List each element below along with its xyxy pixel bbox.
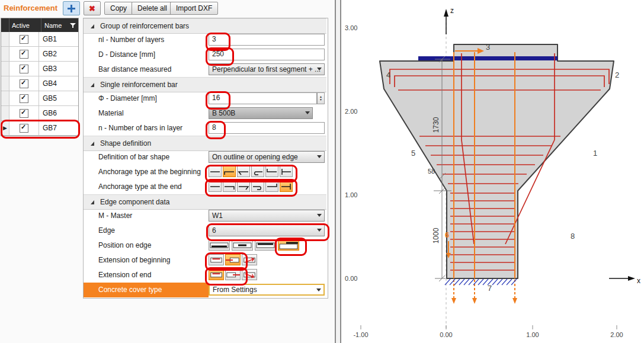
anchorage-hook90-icon[interactable] — [223, 166, 236, 177]
property-row-edge: Edge 6 — [84, 223, 326, 238]
active-checkbox[interactable] — [20, 94, 28, 103]
section-edge-component[interactable]: Edge component data — [84, 194, 326, 210]
concrete-cover-highlight: Concrete cover type — [84, 283, 209, 297]
collapse-triangle-icon — [91, 24, 94, 28]
x-tick-2: 2.00 — [610, 331, 623, 338]
active-checkbox[interactable] — [20, 65, 28, 73]
position-left-icon[interactable] — [209, 239, 230, 251]
edge-label-3: 3 — [486, 43, 490, 52]
property-row-extension-begin: Extension of beginning — [84, 253, 326, 268]
property-row-diameter: Φ - Diameter [mm] 16 ▲▼ — [84, 91, 326, 106]
anchorage-straight-icon[interactable] — [209, 166, 222, 177]
x-tick-1: 1.00 — [526, 331, 539, 338]
y-tick-2: 2.00 — [345, 108, 357, 115]
delete-all-button[interactable]: Delete all — [132, 2, 173, 15]
anchorage-hook135-icon[interactable] — [237, 181, 250, 192]
chevron-down-icon — [317, 214, 322, 217]
import-dxf-button[interactable]: Import DXF — [170, 2, 218, 15]
z-axis — [444, 9, 448, 34]
anchorage-hook135-icon[interactable] — [237, 166, 250, 177]
anchorage-hookup-icon[interactable] — [265, 166, 278, 177]
panel-splitter[interactable] — [335, 0, 341, 343]
table-row[interactable]: GB2 — [1, 47, 78, 62]
edge-label-5: 5 — [411, 149, 415, 158]
section-shape-definition[interactable]: Shape definition — [84, 136, 326, 151]
table-row[interactable]: GB6 — [1, 106, 78, 121]
table-header: Active Name — [1, 18, 78, 32]
position-offset-icon[interactable] — [278, 239, 299, 251]
collapse-triangle-icon — [91, 200, 94, 204]
active-checkbox[interactable] — [20, 109, 28, 118]
extension-extend-icon[interactable] — [225, 254, 241, 265]
anchorage-hook180-icon[interactable] — [251, 166, 264, 177]
collapse-triangle-icon — [91, 83, 94, 87]
anchorage-headed-icon[interactable] — [280, 181, 293, 192]
property-row-bar-distance-measured: Bar distance measured Perpendicular to f… — [84, 62, 326, 77]
property-row-bars-in-layer: n - Number of bars in layer 8 — [84, 121, 326, 136]
master-dropdown[interactable]: W1 — [209, 210, 325, 222]
table-row[interactable]: GB5 — [1, 91, 78, 106]
name-column-header: Name — [41, 18, 78, 32]
property-row-anchorage-begin: Anchorage type at the beginning — [84, 165, 326, 179]
selected-row-arrow-icon: ▶ — [1, 121, 9, 135]
extension-arrow-icon[interactable] — [242, 269, 257, 280]
property-row-nl: nl - Number of layers 3 — [84, 33, 326, 47]
table-row[interactable]: GB1 — [1, 32, 78, 47]
reinforcement-table: Active Name GB1 GB2 GB3 — [1, 18, 79, 136]
dimension-1730: 1730 — [432, 117, 440, 133]
dimension-58: 58 — [428, 168, 435, 175]
anchorage-hookup-icon[interactable] — [265, 181, 278, 192]
edge-dropdown[interactable]: 6 — [209, 225, 325, 236]
nl-input[interactable]: 3 — [209, 34, 325, 46]
app-window: Reinforcement ✖ Copy Delete all Import D… — [0, 0, 644, 343]
x-tick-neg1: -1.00 — [353, 331, 368, 338]
row-indicator-header — [1, 18, 9, 32]
position-right-icon[interactable] — [255, 239, 276, 251]
copy-button[interactable]: Copy — [104, 2, 133, 15]
section-group-of-bars[interactable]: Group of reinforcement bars — [84, 18, 326, 34]
active-checkbox[interactable] — [20, 50, 28, 59]
drawing-viewport[interactable]: 6 1730 1000 58 — [341, 0, 644, 343]
diameter-input[interactable]: 16 — [209, 92, 317, 104]
table-row[interactable]: GB3 — [1, 62, 78, 76]
property-row-position-on-edge: Position on edge — [84, 238, 326, 253]
extension-none-icon[interactable] — [209, 254, 224, 265]
bar-distance-measured-dropdown[interactable]: Perpendicular to first segment + ... — [209, 63, 325, 75]
edge-label-2: 2 — [615, 70, 619, 79]
position-center-icon[interactable] — [232, 239, 253, 251]
extension-arrow-icon[interactable] — [242, 254, 257, 265]
extension-none-icon[interactable] — [209, 269, 224, 280]
section-single-bar[interactable]: Single reinforcement bar — [84, 77, 326, 92]
dimension-1000: 1000 — [432, 227, 440, 243]
anchorage-hook180-icon[interactable] — [251, 181, 264, 192]
active-column-header: Active — [9, 18, 41, 32]
concrete-cover-dropdown[interactable]: From Settings — [209, 284, 325, 296]
anchorage-straight-icon[interactable] — [209, 181, 222, 192]
active-checkbox[interactable] — [20, 124, 28, 133]
bar-shape-dropdown[interactable]: On outline or opening edge — [209, 151, 325, 163]
active-checkbox[interactable] — [20, 35, 28, 44]
concrete-outline — [380, 44, 614, 278]
add-button[interactable] — [63, 1, 80, 15]
table-row[interactable]: GB4 — [1, 76, 78, 91]
delete-button[interactable]: ✖ — [84, 1, 101, 15]
filter-icon[interactable] — [70, 23, 76, 28]
chevron-down-icon — [317, 229, 322, 232]
anchorage-headed-icon[interactable] — [280, 166, 293, 177]
property-grid: Group of reinforcement bars nl - Number … — [83, 18, 328, 299]
chevron-down-icon — [316, 288, 321, 291]
diameter-spinner[interactable]: ▲▼ — [317, 92, 325, 104]
active-checkbox[interactable] — [20, 79, 28, 88]
material-dropdown[interactable]: B 500B ⟳ — [209, 107, 313, 119]
x-tick-0: 0.00 — [440, 331, 452, 338]
table-row-selected[interactable]: ▶ GB7 — [1, 121, 78, 136]
distance-input[interactable]: 250 — [209, 49, 325, 60]
property-row-material: Material B 500B ⟳ — [84, 106, 326, 121]
delete-x-icon: ✖ — [89, 4, 95, 13]
anchorage-hook90-icon[interactable] — [223, 181, 236, 192]
chevron-down-icon — [317, 155, 322, 158]
property-row-master: M - Master W1 — [84, 209, 326, 223]
extension-extend-icon[interactable] — [225, 269, 241, 280]
bars-in-layer-input[interactable]: 8 — [209, 122, 325, 134]
support-hatching — [445, 279, 517, 285]
